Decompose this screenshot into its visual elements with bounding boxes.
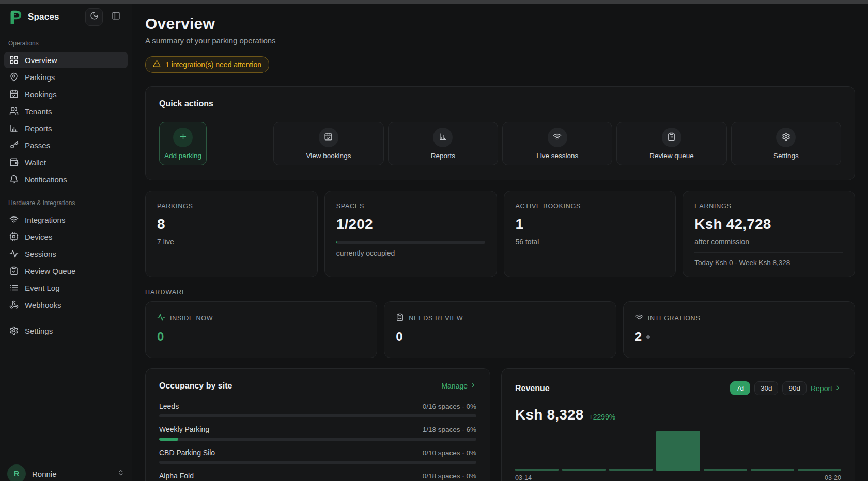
user-name: Ronnie bbox=[32, 470, 111, 478]
view-bookings-button[interactable]: View bookings bbox=[273, 122, 383, 165]
sidebar-item-label: Overview bbox=[25, 56, 57, 65]
occupancy-title: Occupancy by site bbox=[159, 381, 232, 391]
manage-link[interactable]: Manage bbox=[441, 382, 476, 390]
sidebar-item-notifications[interactable]: Notifications bbox=[4, 171, 128, 188]
gear-icon bbox=[782, 132, 791, 143]
sidebar-item-label: Integrations bbox=[25, 215, 65, 224]
theme-toggle-button[interactable] bbox=[85, 8, 103, 26]
sidebar-item-label: Parkings bbox=[25, 73, 55, 82]
review-queue-button[interactable]: Review queue bbox=[616, 122, 726, 165]
sidebar-item-label: Notifications bbox=[25, 175, 67, 184]
app-shell: Spaces Operations Overview Parkings Book… bbox=[0, 4, 868, 481]
panel-left-icon bbox=[112, 11, 120, 22]
axis-start-label: 03-14 bbox=[515, 474, 532, 481]
layout-grid-icon bbox=[9, 55, 19, 65]
hardware-row: INSIDE NOW 0 NEEDS REVIEW 0 INTEGRATIONS… bbox=[145, 301, 855, 358]
sidebar-item-overview[interactable]: Overview bbox=[4, 52, 128, 68]
stat-value: 1 bbox=[516, 216, 664, 232]
add-parking-button[interactable]: Add parking bbox=[159, 122, 207, 165]
occupancy-row-leeds: Leeds 0/16 spaces · 0% bbox=[159, 402, 476, 417]
sidebar-item-passes[interactable]: Passes bbox=[4, 137, 128, 153]
sidebar-item-label: Webhooks bbox=[25, 301, 61, 309]
site-detail: 0/10 spaces · 0% bbox=[423, 449, 476, 457]
app-logo bbox=[7, 9, 23, 25]
integration-alert-badge[interactable]: 1 integration(s) need attention bbox=[145, 56, 269, 73]
parkings-stat-card: PARKINGS 8 7 live bbox=[145, 191, 318, 277]
cpu-icon bbox=[9, 232, 19, 241]
chevron-right-icon bbox=[834, 384, 841, 393]
wifi-icon bbox=[553, 132, 562, 143]
report-link[interactable]: Report bbox=[811, 384, 841, 393]
settings-button[interactable]: Settings bbox=[731, 122, 841, 165]
action-label: Add parking bbox=[164, 152, 202, 160]
range-30d-pill[interactable]: 30d bbox=[754, 381, 779, 395]
range-7d-pill[interactable]: 7d bbox=[730, 381, 750, 395]
revenue-bar-03-18 bbox=[704, 469, 747, 471]
clipboard-list-icon bbox=[396, 313, 404, 323]
revenue-amount: Ksh 8,328 bbox=[515, 407, 584, 423]
sidebar-item-integrations[interactable]: Integrations bbox=[4, 211, 128, 228]
revenue-bar-03-19 bbox=[751, 469, 794, 471]
site-name: Alpha Fold bbox=[159, 472, 194, 480]
site-progress-bar bbox=[159, 414, 476, 417]
sidebar-item-tenants[interactable]: Tenants bbox=[4, 103, 128, 119]
sidebar-item-reports[interactable]: Reports bbox=[4, 120, 128, 136]
stat-sub: 56 total bbox=[516, 238, 664, 246]
gear-icon bbox=[9, 326, 19, 335]
spaces-stat-card: SPACES 1/202 currently occupied bbox=[324, 191, 497, 277]
action-label: View bookings bbox=[306, 152, 351, 160]
sidebar-item-label: Settings bbox=[25, 327, 53, 335]
revenue-delta: +2299% bbox=[589, 413, 616, 421]
sidebar-item-label: Event Log bbox=[25, 284, 60, 292]
stats-row: PARKINGS 8 7 live SPACES 1/202 currently… bbox=[145, 191, 855, 277]
range-90d-pill[interactable]: 90d bbox=[782, 381, 807, 395]
avatar: R bbox=[7, 464, 26, 481]
sidebar-item-devices[interactable]: Devices bbox=[4, 228, 128, 245]
action-label: Live sessions bbox=[536, 152, 578, 160]
needs-review-card: NEEDS REVIEW 0 bbox=[384, 301, 616, 358]
site-name: CBD Parking Silo bbox=[159, 448, 215, 457]
wallet-icon bbox=[9, 158, 19, 167]
sidebar-item-event-log[interactable]: Event Log bbox=[4, 280, 128, 296]
sidebar-item-webhooks[interactable]: Webhooks bbox=[4, 297, 128, 313]
revenue-bar-03-14 bbox=[515, 469, 559, 471]
clipboard-list-icon bbox=[667, 132, 676, 143]
stat-sub: 7 live bbox=[157, 238, 306, 246]
action-label: Reports bbox=[431, 152, 455, 160]
hw-label: INTEGRATIONS bbox=[648, 315, 701, 322]
nav-section-hardware: Hardware & Integrations bbox=[0, 196, 132, 211]
sidebar-item-bookings[interactable]: Bookings bbox=[4, 86, 128, 102]
sidebar-item-parkings[interactable]: Parkings bbox=[4, 69, 128, 85]
main-content: Overview A summary of your parking opera… bbox=[132, 4, 868, 481]
sidebar-item-sessions[interactable]: Sessions bbox=[4, 245, 128, 262]
occupancy-row-weekly-parking: Weekly Parking 1/18 spaces · 6% bbox=[159, 425, 476, 441]
stat-value: Ksh 42,728 bbox=[694, 216, 843, 232]
users-icon bbox=[9, 106, 19, 116]
revenue-bar-03-15 bbox=[562, 469, 606, 471]
sidebar-item-settings[interactable]: Settings bbox=[4, 322, 128, 339]
occupancy-card: Occupancy by site Manage Leeds 0/16 spac… bbox=[145, 368, 490, 481]
site-progress-bar bbox=[159, 461, 476, 464]
chevrons-up-down-icon bbox=[117, 469, 125, 478]
sidebar-item-label: Reports bbox=[25, 124, 52, 133]
chevron-right-icon bbox=[470, 382, 476, 390]
sidebar-collapse-button[interactable] bbox=[107, 8, 125, 26]
wifi-icon bbox=[9, 215, 19, 224]
revenue-card: Revenue 7d 30d 90d Report Ksh 8,328 +229… bbox=[501, 368, 855, 481]
page-subtitle: A summary of your parking operations bbox=[145, 36, 855, 45]
revenue-bar-03-16 bbox=[609, 469, 653, 471]
sidebar-nav: Operations Overview Parkings Bookings Te… bbox=[0, 30, 132, 481]
hardware-section-label: HARDWARE bbox=[145, 289, 855, 296]
sidebar-item-review-queue[interactable]: Review Queue bbox=[4, 262, 128, 279]
sidebar-header: Spaces bbox=[0, 4, 132, 30]
user-menu[interactable]: R Ronnie bbox=[0, 458, 132, 481]
hw-label: NEEDS REVIEW bbox=[409, 315, 463, 322]
stat-label: SPACES bbox=[336, 203, 485, 210]
activity-icon bbox=[9, 249, 19, 258]
hw-value: 0 bbox=[396, 330, 604, 344]
live-sessions-button[interactable]: Live sessions bbox=[502, 122, 612, 165]
sidebar-item-wallet[interactable]: Wallet bbox=[4, 154, 128, 170]
earnings-stat-card: EARNINGS Ksh 42,728 after commission Tod… bbox=[683, 191, 855, 277]
reports-button[interactable]: Reports bbox=[388, 122, 498, 165]
webhook-icon bbox=[9, 300, 19, 309]
